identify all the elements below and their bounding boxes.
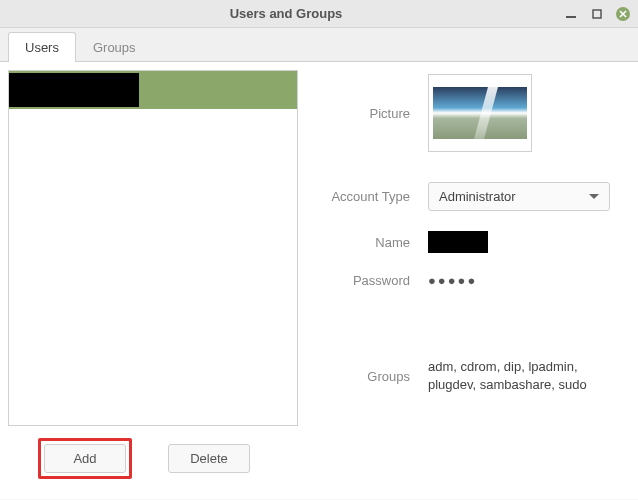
left-panel: Add Delete <box>8 70 298 491</box>
account-type-label: Account Type <box>318 189 428 204</box>
field-password: Password ●●●●● <box>318 273 610 288</box>
account-type-value: Administrator <box>439 189 516 204</box>
add-button[interactable]: Add <box>44 444 126 473</box>
details-panel: Picture Account Type Administrator Name <box>298 70 630 491</box>
delete-button-wrap: Delete <box>162 438 256 479</box>
name-value[interactable] <box>428 231 488 253</box>
user-list[interactable] <box>8 70 298 426</box>
titlebar: Users and Groups <box>0 0 638 28</box>
user-row-avatar <box>9 73 139 107</box>
password-label: Password <box>318 273 428 288</box>
tab-groups[interactable]: Groups <box>76 32 153 62</box>
svg-rect-0 <box>566 16 576 18</box>
add-button-highlight: Add <box>38 438 132 479</box>
name-label: Name <box>318 235 428 250</box>
groups-value[interactable]: adm, cdrom, dip, lpadmin, plugdev, samba… <box>428 358 608 394</box>
picture-label: Picture <box>318 106 428 121</box>
password-value[interactable]: ●●●●● <box>428 273 477 288</box>
chevron-down-icon <box>589 194 599 199</box>
avatar-image <box>433 87 527 139</box>
tab-users[interactable]: Users <box>8 32 76 62</box>
window-title: Users and Groups <box>8 6 564 21</box>
window-body: Users Groups Add Delete Picture <box>0 28 638 500</box>
user-row-selected[interactable] <box>9 71 297 109</box>
delete-button[interactable]: Delete <box>168 444 250 473</box>
field-name: Name <box>318 231 610 253</box>
user-form: Picture Account Type Administrator Name <box>318 70 610 414</box>
maximize-icon[interactable] <box>590 7 604 21</box>
field-picture: Picture <box>318 74 610 152</box>
list-buttons: Add Delete <box>8 426 298 491</box>
tab-bar: Users Groups <box>0 28 638 62</box>
window-controls <box>564 7 630 21</box>
field-groups: Groups adm, cdrom, dip, lpadmin, plugdev… <box>318 358 610 394</box>
account-type-select[interactable]: Administrator <box>428 182 610 211</box>
close-icon[interactable] <box>616 7 630 21</box>
field-account-type: Account Type Administrator <box>318 182 610 211</box>
groups-label: Groups <box>318 369 428 384</box>
svg-rect-1 <box>593 10 601 18</box>
minimize-icon[interactable] <box>564 7 578 21</box>
content: Add Delete Picture Account Type <box>0 62 638 499</box>
picture-chooser[interactable] <box>428 74 532 152</box>
